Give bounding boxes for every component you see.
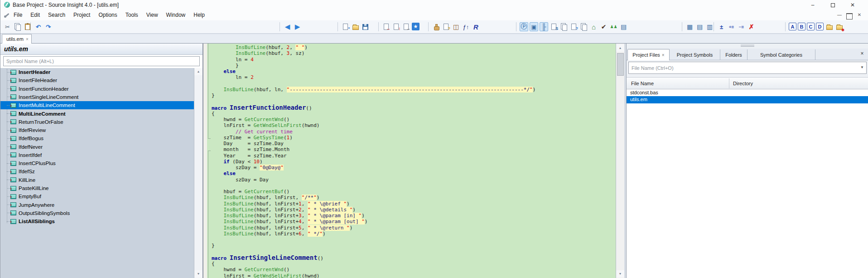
symbol-item-JumpAnywhere[interactable]: JumpAnywhere xyxy=(0,200,194,209)
symbol-item-IfdefReview[interactable]: IfdefReview xyxy=(0,126,194,134)
symbol-item-InsertIfdef[interactable]: InsertIfdef xyxy=(0,151,194,159)
sync-file-window-icon[interactable]: ↔ xyxy=(382,22,391,31)
editor-selection-margin[interactable] xyxy=(203,44,207,278)
add-rows-icon[interactable]: +≡ xyxy=(727,22,736,31)
mdi-minimize-button[interactable]: — xyxy=(836,12,843,18)
code-line[interactable]: InsBufLine(hbuf, lnFirst+4, " * \@param … xyxy=(207,219,367,224)
file-row-utils.em[interactable]: utils.em xyxy=(627,96,868,103)
panel-tab-project-files[interactable]: Project Files× xyxy=(627,49,670,60)
symbol-item-PasteKillLine[interactable]: PasteKillLine xyxy=(0,184,194,192)
code-line[interactable]: Year = szTime.Year xyxy=(207,153,287,159)
code-line[interactable]: InsBufLine(hbuf, ln, "------------------… xyxy=(207,87,535,93)
code-line[interactable]: else xyxy=(207,68,236,74)
code-line[interactable]: Day = szTime.Day xyxy=(207,141,284,146)
save-file-icon[interactable] xyxy=(361,22,370,31)
symbol-item-InsertMultiLineComment[interactable]: InsertMultiLineComment xyxy=(0,101,194,109)
menu-item-view[interactable]: View xyxy=(142,10,162,20)
code-line[interactable]: macro InsertFunctionHeader() xyxy=(207,105,312,111)
code-line[interactable]: // Get current time xyxy=(207,129,293,135)
relation-window-icon[interactable]: ╟ xyxy=(540,22,548,31)
symbol-item-IfdefSz[interactable]: IfdefSz xyxy=(0,167,194,176)
file-list-icon[interactable]: ▤ xyxy=(619,22,628,31)
symbol-item-IfdefNever[interactable]: IfdefNever xyxy=(0,143,194,151)
code-line[interactable]: hwnd = GetCurrentWnd() xyxy=(207,117,289,122)
code-line[interactable]: } xyxy=(207,63,239,68)
code-line[interactable]: hbuf = GetCurrentBuf() xyxy=(207,189,289,195)
delete-lines-icon[interactable]: ✗ xyxy=(747,22,756,31)
scroll-up-icon[interactable]: ▲ xyxy=(194,68,203,75)
minimize-button[interactable]: – xyxy=(803,0,823,10)
code-line[interactable]: InsBufLine(hbuf, lnFirst+1, " * \@brief … xyxy=(207,201,350,207)
symbol-item-ReturnTrueOrFalse[interactable]: ReturnTrueOrFalse xyxy=(0,118,194,126)
symbol-item-InsertCPlusPlus[interactable]: InsertCPlusPlus xyxy=(0,159,194,167)
code-line[interactable]: hwnd = GetCurrentWnd() xyxy=(207,267,289,273)
remove-rows-icon[interactable]: −≡ xyxy=(737,22,746,31)
column-directory[interactable]: Directory xyxy=(733,78,753,89)
check-files-icon[interactable]: ✔ xyxy=(599,22,608,31)
code-line[interactable]: InsBufLine(hbuf, lnFirst+2, " * \@detail… xyxy=(207,207,356,213)
style-a-icon[interactable]: A xyxy=(789,23,796,30)
symbol-item-IfdefBogus[interactable]: IfdefBogus xyxy=(0,134,194,142)
close-button[interactable]: ✕ xyxy=(843,0,863,10)
symbol-item-OutputSiblingSymbols[interactable]: OutputSiblingSymbols xyxy=(0,209,194,217)
new-file-icon[interactable]: * xyxy=(341,22,350,31)
panel-close-icon[interactable]: × xyxy=(859,50,865,57)
parse-source-icon[interactable]: Ⓟ xyxy=(520,22,528,31)
view-half-icon[interactable]: ▥ xyxy=(705,22,714,31)
code-line[interactable]: if (Day < 10) xyxy=(207,159,263,165)
compare-files-icon[interactable]: ♟♟ xyxy=(609,22,618,31)
cut-icon[interactable]: ✂ xyxy=(3,22,12,31)
code-editor[interactable]: InsBufLine(hbuf, 2, " ")InsBufLine(hbuf,… xyxy=(207,44,616,278)
window-list-icon[interactable]: ▣ xyxy=(530,22,538,31)
code-line[interactable]: InsBufLine(hbuf, lnFirst+6, " */") xyxy=(207,231,326,237)
symbol-item-ListAllSiblings[interactable]: ListAllSiblings xyxy=(0,217,194,225)
goto-line-icon[interactable]: → xyxy=(402,22,410,31)
sync-symbol-window-icon[interactable]: ↕ xyxy=(392,22,400,31)
code-line[interactable]: lnFirst = GetWndSelLnFirst(hwnd) xyxy=(207,273,319,278)
editor-scrollbar[interactable]: ▲ ▼ xyxy=(616,44,624,278)
favorites-icon[interactable]: ★ xyxy=(412,23,420,30)
panel-tab-project-symbols[interactable]: Project Symbols xyxy=(670,49,720,60)
menu-item-file[interactable]: File xyxy=(10,10,26,20)
code-line[interactable]: InsBufLine(hbuf, lnFirst, "/**") xyxy=(207,195,319,200)
redo-icon[interactable]: ↷ xyxy=(44,22,53,31)
context-window-icon[interactable]: ? xyxy=(569,22,578,31)
code-line[interactable]: InsBufLine(hbuf, 3, sz) xyxy=(207,50,304,56)
code-line[interactable]: szDay = "0@Day@" xyxy=(207,165,284,171)
panel-grip-area[interactable] xyxy=(627,44,868,49)
menu-item-help[interactable]: Help xyxy=(189,10,209,20)
folder-options-icon[interactable] xyxy=(825,22,834,31)
menu-item-tools[interactable]: Tools xyxy=(121,10,142,20)
symbol-search-input[interactable] xyxy=(3,56,200,66)
menu-item-search[interactable]: Search xyxy=(44,10,69,20)
code-line[interactable]: month = szTime.Month xyxy=(207,146,289,152)
code-line[interactable]: InsBufLine(hbuf, 2, " ") xyxy=(207,44,308,50)
scrollbar-thumb[interactable] xyxy=(617,53,624,76)
menu-item-edit[interactable]: Edit xyxy=(26,10,44,20)
style-b-icon[interactable]: B xyxy=(798,23,805,30)
symbol-window-icon[interactable]: S xyxy=(550,22,558,31)
function-up-icon[interactable]: ƒ↑ xyxy=(462,22,470,31)
browse-project-symbols-icon[interactable] xyxy=(432,22,440,31)
code-line[interactable]: InsBufLine(hbuf, lnFirst+3, " * \@param … xyxy=(207,213,365,219)
tab-close-icon[interactable]: × xyxy=(662,53,665,58)
view-lines-icon[interactable]: ▤ xyxy=(695,22,704,31)
file-row-stdconst.bas[interactable]: stdconst.bas xyxy=(627,89,868,96)
toggle-line-numbers-icon[interactable]: ± xyxy=(717,22,726,31)
code-line[interactable]: szDay = Day xyxy=(207,177,269,183)
symbol-list-scrollbar[interactable]: ▲ ▼ xyxy=(194,68,203,278)
copy-icon[interactable] xyxy=(13,22,22,31)
code-line[interactable]: else xyxy=(207,171,236,176)
tab-utils-em[interactable]: utils.em× xyxy=(2,34,32,44)
project-window-icon[interactable] xyxy=(579,22,588,31)
mdi-close-button[interactable]: ✕ xyxy=(856,12,863,18)
column-file-name[interactable]: File Name xyxy=(631,78,654,89)
symbol-item-KillLine[interactable]: KillLine xyxy=(0,176,194,184)
menu-item-project[interactable]: Project xyxy=(69,10,94,20)
symbol-item-EmptyBuf[interactable]: EmptyBuf xyxy=(0,192,194,200)
open-file-icon[interactable] xyxy=(351,22,360,31)
browse-files-icon[interactable]: ◫ xyxy=(452,22,460,31)
scroll-down-icon[interactable]: ▼ xyxy=(194,270,203,278)
column-divider[interactable] xyxy=(729,78,729,88)
file-list-header[interactable]: File Name Directory xyxy=(627,77,868,89)
